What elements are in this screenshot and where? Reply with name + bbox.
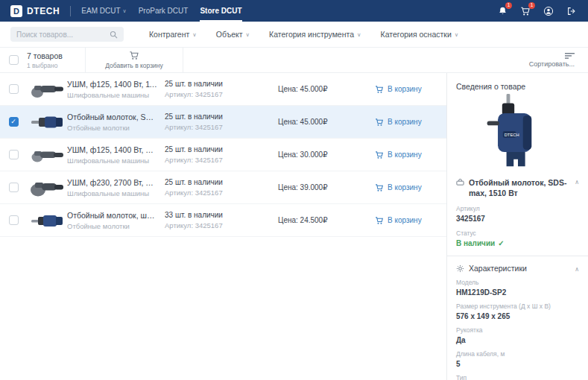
search-box xyxy=(10,27,124,42)
product-title: УШМ, ф125, 1400 Вт, 8500 о... xyxy=(67,145,157,154)
add-to-cart-text: В корзину xyxy=(388,85,422,93)
select-all-checkbox[interactable] xyxy=(9,55,19,65)
product-detail-image: DTECH xyxy=(456,91,579,174)
cart-icon xyxy=(375,183,384,192)
cart-icon xyxy=(375,151,384,159)
notifications-button[interactable]: 1 xyxy=(496,5,508,17)
filter-tool-category[interactable]: Категория инструмента ∨ xyxy=(269,30,361,39)
product-article: Артикул: 3425167 xyxy=(165,123,278,131)
cart-icon xyxy=(375,216,384,225)
logout-button[interactable] xyxy=(566,5,578,17)
angle-grinder-image xyxy=(30,79,64,100)
product-title: УШМ, ф125, 1400 Вт, 11000... xyxy=(67,80,157,89)
top-navigation-bar: D DTECH EAM DCUT ∨ ProPark DCUT Store DC… xyxy=(0,0,588,22)
filters: Контрагент ∨ Объект ∨ Категория инструме… xyxy=(149,30,458,39)
cart-icon xyxy=(375,118,384,127)
add-to-cart-link[interactable]: В корзину xyxy=(375,151,446,159)
product-stock: 25 шт. в наличии xyxy=(165,113,278,121)
cart-add-icon xyxy=(129,51,139,60)
angle-grinder-image xyxy=(30,177,64,198)
nav-item-store-dcut[interactable]: Store DCUT xyxy=(200,0,241,22)
cart-icon xyxy=(375,85,384,94)
search-input[interactable] xyxy=(16,31,105,39)
product-price: Цена: 45.000₽ xyxy=(278,118,375,126)
add-to-cart-link[interactable]: В корзину xyxy=(375,216,446,225)
product-price: Цена: 24.500₽ xyxy=(278,216,375,224)
spec-value: HM1219D-SP2 xyxy=(456,288,579,297)
cart-button[interactable]: 1 xyxy=(519,5,531,17)
row-checkbox[interactable] xyxy=(9,150,19,159)
product-article: Артикул: 3425167 xyxy=(165,156,278,164)
product-article: Артикул: 3425167 xyxy=(165,189,278,197)
angle-grinder-image xyxy=(30,145,64,165)
chevron-up-icon: ∧ xyxy=(575,179,579,186)
product-stock: 25 шт. в наличии xyxy=(165,145,278,153)
product-details-panel: Сведения о товаре DTECH Отбойный молоток… xyxy=(446,73,588,380)
chevron-down-icon: ∨ xyxy=(246,31,250,38)
specs-section-header[interactable]: Характеристики ∧ xyxy=(456,264,579,273)
article-label: Артикул xyxy=(456,205,579,212)
spec-item: Размер инструмента (Д х Ш х В) 576 x 149… xyxy=(456,303,579,320)
filter-kontragent[interactable]: Контрагент ∨ xyxy=(149,30,197,39)
products-counter: 7 товаров 1 выбрано xyxy=(27,48,85,72)
add-to-cart-bulk-button[interactable]: Добавить в корзину xyxy=(85,48,183,72)
status-badge: В наличии ✓ xyxy=(456,239,579,247)
specs-section-title: Характеристики xyxy=(469,264,570,273)
filter-object[interactable]: Объект ∨ xyxy=(216,30,250,39)
profile-button[interactable] xyxy=(543,5,554,17)
product-row[interactable]: УШМ, ф230, 2700 Вт, 6600 о... Шлифовальн… xyxy=(0,171,446,204)
product-row[interactable]: УШМ, ф125, 1400 Вт, 11000... Шлифовальны… xyxy=(0,73,446,106)
product-price: Цена: 45.000₽ xyxy=(278,85,375,93)
chevron-down-icon: ∨ xyxy=(192,31,197,38)
row-checkbox[interactable] xyxy=(9,183,19,192)
topbar-divider xyxy=(70,6,71,16)
nav-item-eam-dcut[interactable]: EAM DCUT ∨ xyxy=(81,0,126,22)
tool-icon xyxy=(456,178,464,186)
product-summary-header[interactable]: Отбойный молоток, SDS-max, 1510 Вт ∧ xyxy=(456,177,579,198)
row-checkbox[interactable]: ✓ xyxy=(9,117,19,127)
spec-value: 5 xyxy=(456,360,579,368)
filter-label: Категория инструмента xyxy=(269,30,354,39)
row-checkbox[interactable] xyxy=(9,84,19,94)
demolition-hammer-image xyxy=(30,112,64,133)
sort-button[interactable]: Сортировать... xyxy=(529,48,588,72)
product-list: УШМ, ф125, 1400 Вт, 11000... Шлифовальны… xyxy=(0,73,446,380)
detail-product-name: Отбойный молоток, SDS-max, 1510 Вт xyxy=(469,177,570,198)
add-to-cart-link[interactable]: В корзину xyxy=(375,85,446,94)
add-to-cart-link[interactable]: В корзину xyxy=(375,118,446,127)
product-stock: 25 шт. в наличии xyxy=(165,80,278,88)
add-to-cart-text: В корзину xyxy=(388,216,422,224)
add-to-cart-link[interactable]: В корзину xyxy=(375,183,446,192)
check-icon: ✓ xyxy=(498,239,504,247)
spec-label: Модель xyxy=(456,279,579,286)
logout-icon xyxy=(566,6,577,16)
add-to-cart-text: В корзину xyxy=(388,183,422,191)
product-article: Артикул: 3425167 xyxy=(165,90,278,98)
gear-icon xyxy=(456,265,464,273)
chevron-down-icon: ∨ xyxy=(123,8,127,14)
spec-item: Рукоятка Да xyxy=(456,326,579,344)
brand-logo[interactable]: D DTECH xyxy=(10,5,60,17)
add-to-cart-text: В корзину xyxy=(388,118,422,126)
content-area: УШМ, ф125, 1400 Вт, 11000... Шлифовальны… xyxy=(0,73,588,380)
product-thumbnail xyxy=(27,112,67,133)
filter-accessory-category[interactable]: Категория оснастки ∨ xyxy=(381,30,459,39)
filter-label: Контрагент xyxy=(149,30,189,39)
spec-item: Модель HM1219D-SP2 xyxy=(456,279,579,297)
spec-label: Рукоятка xyxy=(456,326,579,334)
svg-text:DTECH: DTECH xyxy=(504,133,519,137)
add-to-cart-text: В корзину xyxy=(388,151,422,159)
product-row[interactable]: Отбойный молоток, шестигр... Отбойные мо… xyxy=(0,204,446,237)
search-filter-bar: Контрагент ∨ Объект ∨ Категория инструме… xyxy=(0,22,588,48)
nav-item-propark-dcut[interactable]: ProPark DCUT xyxy=(139,0,189,22)
search-icon xyxy=(110,31,118,39)
spec-label: Тип xyxy=(456,374,579,380)
product-row[interactable]: ✓ Отбойный молоток, SDS-ma... Отбойные м… xyxy=(0,106,446,139)
product-row[interactable]: УШМ, ф125, 1400 Вт, 8500 о... Шлифовальн… xyxy=(0,139,446,171)
product-category: Шлифовальные машины xyxy=(67,189,157,197)
row-checkbox[interactable] xyxy=(9,215,19,225)
product-title: УШМ, ф230, 2700 Вт, 6600 о... xyxy=(67,178,157,187)
demolition-hammer-photo: DTECH xyxy=(485,94,551,171)
nav-item-label: EAM DCUT xyxy=(81,7,120,15)
sort-label: Сортировать... xyxy=(529,60,575,68)
